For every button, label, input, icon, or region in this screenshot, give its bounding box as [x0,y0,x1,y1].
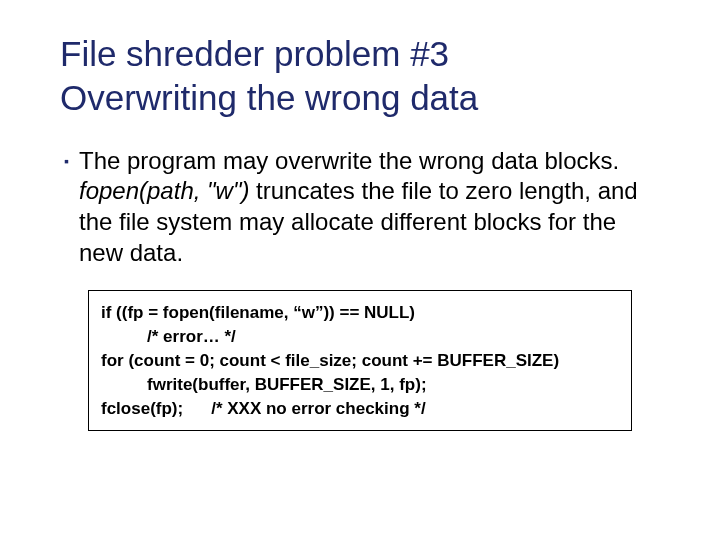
code-l5b: /* XXX no error checking */ [211,397,425,421]
bullet-part1: The program may overwrite the wrong data… [79,147,619,174]
code-l5a: fclose(fp); [101,399,183,418]
title-line-2: Overwriting the wrong data [60,78,478,117]
code-line-5: fclose(fp);/* XXX no error checking */ [101,397,619,421]
code-block: if ((fp = fopen(filename, “w”)) == NULL)… [88,290,632,431]
bullet-item: ▪ The program may overwrite the wrong da… [64,146,660,269]
code-line-3: for (count = 0; count < file_size; count… [101,349,619,373]
code-line-4: fwrite(buffer, BUFFER_SIZE, 1, fp); [101,373,619,397]
bullet-square-icon: ▪ [64,153,69,169]
code-line-2: /* error… */ [101,325,619,349]
bullet-italic: fopen(path, "w") [79,177,249,204]
slide-title: File shredder problem #3 Overwriting the… [60,32,660,120]
code-line-1: if ((fp = fopen(filename, “w”)) == NULL) [101,301,619,325]
bullet-text: The program may overwrite the wrong data… [79,146,660,269]
title-line-1: File shredder problem #3 [60,34,449,73]
